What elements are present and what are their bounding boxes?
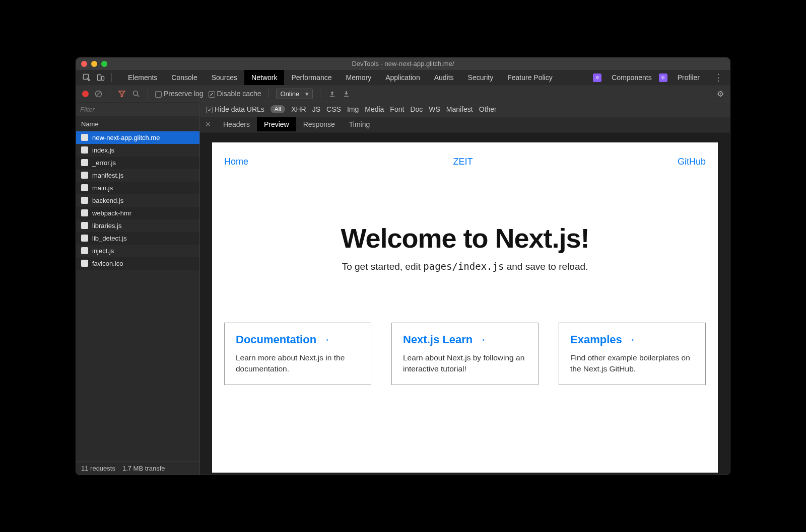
tab-feature-policy[interactable]: Feature Policy <box>500 70 559 85</box>
filter-input[interactable] <box>76 103 199 116</box>
close-detail-icon[interactable]: ✕ <box>200 117 216 131</box>
request-row[interactable]: lib_detect.js <box>76 232 199 245</box>
filter-all[interactable]: All <box>271 105 285 113</box>
hero-sub-code: pages/index.js <box>423 261 504 272</box>
request-row[interactable]: manifest.js <box>76 169 199 182</box>
tab-profiler[interactable]: Profiler <box>670 70 707 85</box>
tab-network[interactable]: Network <box>244 70 284 85</box>
nav-zeit-link[interactable]: ZEIT <box>453 157 473 167</box>
react-devtools-icon: ⚛ <box>593 73 601 82</box>
separator <box>148 89 148 98</box>
tab-components[interactable]: Components <box>604 70 658 85</box>
tab-console[interactable]: Console <box>164 70 204 85</box>
request-name: manifest.js <box>92 172 123 179</box>
main-tabs: ElementsConsoleSourcesNetworkPerformance… <box>76 70 730 86</box>
filter-js[interactable]: JS <box>312 105 320 113</box>
request-sidebar: Name new-next-app.glitch.meindex.js_erro… <box>76 102 200 475</box>
react-devtools-icon: ⚛ <box>659 73 667 82</box>
tab-application[interactable]: Application <box>378 70 427 85</box>
filter-icon[interactable] <box>117 89 126 98</box>
request-row[interactable]: libraries.js <box>76 219 199 232</box>
tab-performance[interactable]: Performance <box>284 70 339 85</box>
nav-github-link[interactable]: GitHub <box>678 157 706 167</box>
detail-tab-timing[interactable]: Timing <box>342 117 377 131</box>
request-count: 11 requests <box>81 465 115 472</box>
tab-security[interactable]: Security <box>461 70 501 85</box>
upload-icon[interactable] <box>327 89 337 98</box>
disable-cache-label: Disable cache <box>217 90 261 98</box>
close-window-button[interactable] <box>81 61 87 67</box>
request-list: new-next-app.glitch.meindex.js_error.jsm… <box>76 131 199 462</box>
more-menu-icon[interactable]: ⋮ <box>707 72 730 83</box>
body: Name new-next-app.glitch.meindex.js_erro… <box>76 102 730 475</box>
titlebar: DevTools - new-next-app.glitch.me/ <box>76 58 730 70</box>
throttle-select[interactable]: Online <box>276 89 313 99</box>
request-name: favicon.ico <box>92 260 123 267</box>
request-name: main.js <box>92 184 113 192</box>
request-name: backend.js <box>92 197 123 204</box>
hide-data-urls-checkbox[interactable]: Hide data URLs <box>206 105 264 113</box>
request-row[interactable]: _error.js <box>76 157 199 169</box>
separator <box>320 89 320 98</box>
filter-manifest[interactable]: Manifest <box>446 105 473 113</box>
settings-icon[interactable]: ⚙ <box>717 89 724 99</box>
request-row[interactable]: favicon.ico <box>76 257 199 270</box>
hero-title: Welcome to Next.js! <box>224 222 706 254</box>
filter-other[interactable]: Other <box>479 105 497 113</box>
request-row[interactable]: main.js <box>76 182 199 194</box>
request-row[interactable]: new-next-app.glitch.me <box>76 131 199 144</box>
file-icon <box>81 209 88 216</box>
preserve-log-checkbox[interactable]: Preserve log <box>155 90 204 98</box>
request-row[interactable]: index.js <box>76 144 199 157</box>
svg-line-6 <box>138 95 140 97</box>
card-title: Documentation → <box>236 333 360 346</box>
filter-css[interactable]: CSS <box>326 105 341 113</box>
filter-img[interactable]: Img <box>347 105 359 113</box>
file-icon <box>81 197 88 204</box>
tab-audits[interactable]: Audits <box>427 70 461 85</box>
device-toolbar-icon[interactable] <box>95 72 106 83</box>
tab-sources[interactable]: Sources <box>205 70 244 85</box>
detail-tab-response[interactable]: Response <box>296 117 342 131</box>
disable-cache-checkbox[interactable]: Disable cache <box>209 90 261 98</box>
search-icon[interactable] <box>131 89 141 98</box>
filter-xhr[interactable]: XHR <box>291 105 306 113</box>
filter-doc[interactable]: Doc <box>410 105 423 113</box>
card[interactable]: Next.js Learn →Learn about Next.js by fo… <box>391 323 539 386</box>
file-icon <box>81 134 88 141</box>
name-column-header[interactable]: Name <box>76 117 199 131</box>
download-icon[interactable] <box>342 89 351 98</box>
request-row[interactable]: webpack-hmr <box>76 207 199 219</box>
tab-elements[interactable]: Elements <box>121 70 164 85</box>
transfer-size: 1.7 MB transfe <box>122 465 165 472</box>
maximize-window-button[interactable] <box>101 61 107 67</box>
record-button[interactable] <box>82 91 89 97</box>
card[interactable]: Documentation →Learn more about Next.js … <box>224 323 371 386</box>
filter-ws[interactable]: WS <box>429 105 440 113</box>
request-name: inject.js <box>92 247 114 255</box>
inspect-element-icon[interactable] <box>81 72 92 83</box>
separator <box>268 89 269 98</box>
request-row[interactable]: inject.js <box>76 245 199 257</box>
file-icon <box>81 184 88 191</box>
clear-icon[interactable] <box>94 89 103 98</box>
tab-memory[interactable]: Memory <box>339 70 379 85</box>
request-name: new-next-app.glitch.me <box>92 134 160 141</box>
svg-rect-2 <box>102 77 104 81</box>
request-name: _error.js <box>92 159 116 167</box>
minimize-window-button[interactable] <box>91 61 97 67</box>
filter-media[interactable]: Media <box>365 105 384 113</box>
svg-rect-1 <box>98 75 101 81</box>
separator <box>111 73 112 82</box>
card[interactable]: Examples →Find other example boilerplate… <box>559 323 706 386</box>
filter-font[interactable]: Font <box>390 105 404 113</box>
preview-pane: Home ZEIT GitHub Welcome to Next.js! To … <box>200 132 730 475</box>
request-name: webpack-hmr <box>92 209 131 217</box>
request-row[interactable]: backend.js <box>76 194 199 207</box>
nav-home-link[interactable]: Home <box>224 157 248 167</box>
detail-tab-preview[interactable]: Preview <box>257 117 296 131</box>
file-icon <box>81 159 88 166</box>
request-name: lib_detect.js <box>92 235 127 242</box>
detail-panel: Hide data URLs AllXHRJSCSSImgMediaFontDo… <box>200 102 730 475</box>
detail-tab-headers[interactable]: Headers <box>216 117 257 131</box>
